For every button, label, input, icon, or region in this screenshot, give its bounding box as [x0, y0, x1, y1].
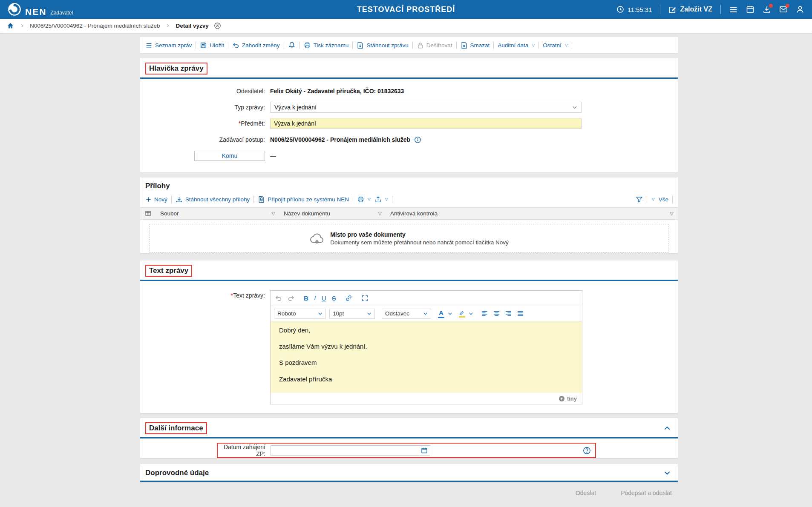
- help-icon[interactable]: [583, 447, 591, 455]
- separator: [456, 42, 457, 49]
- highlight-color-bar: [459, 316, 465, 318]
- align-justify-button[interactable]: [517, 310, 524, 317]
- plus-icon: [145, 196, 152, 203]
- message-text-label: *Text zprávy:: [140, 290, 270, 299]
- delete-button[interactable]: Smazat: [461, 42, 490, 49]
- message-list-button[interactable]: Seznam zpráv: [145, 42, 192, 49]
- chevron-down-icon[interactable]: [448, 312, 452, 315]
- editor-paragraph: zasíláme Vám výzvu k jednání.: [279, 343, 573, 350]
- chevron-down-icon: [572, 105, 577, 109]
- editor-toolbar-row2: Roboto 10pt Odstavec A: [271, 306, 582, 321]
- show-all-button[interactable]: Vše: [659, 196, 668, 203]
- downloads-button[interactable]: [763, 5, 771, 14]
- menu-icon[interactable]: [729, 5, 738, 14]
- create-vz-button[interactable]: Založit VZ: [668, 6, 712, 14]
- other-actions-button[interactable]: Ostatní ▽: [543, 42, 567, 49]
- separator: [538, 42, 539, 49]
- italic-button[interactable]: I: [314, 295, 316, 302]
- tiny-brand[interactable]: tiny: [567, 395, 577, 402]
- message-type-select[interactable]: Výzva k jednání: [270, 102, 582, 113]
- align-center-icon: [493, 310, 500, 317]
- dropzone-text: Místo pro vaše dokumenty Dokumenty sem m…: [330, 231, 509, 246]
- fullscreen-button[interactable]: [361, 295, 369, 302]
- separator: [720, 5, 721, 14]
- notifications-button[interactable]: [288, 41, 296, 49]
- discard-changes-button[interactable]: Zahodit změny: [232, 42, 280, 49]
- filter-icon[interactable]: ▽: [272, 211, 275, 216]
- home-icon[interactable]: [7, 22, 14, 29]
- messages-button[interactable]: [779, 5, 788, 14]
- filter-funnel-icon[interactable]: [636, 196, 643, 203]
- collapse-button[interactable]: [662, 468, 672, 478]
- collapse-button[interactable]: [662, 424, 672, 433]
- dropdown-arrow-icon: ▽: [368, 197, 371, 201]
- font-family-value: Roboto: [277, 310, 296, 317]
- breadcrumb-current: Detail výzvy: [176, 23, 208, 29]
- attachments-dropzone[interactable]: Místo pro vaše dokumenty Dokumenty sem m…: [150, 224, 668, 253]
- calendar-icon[interactable]: [746, 5, 754, 14]
- font-family-select[interactable]: Roboto: [274, 309, 326, 319]
- sender-label: Odesílatel:: [140, 88, 270, 95]
- align-right-icon: [505, 310, 512, 317]
- column-settings-button[interactable]: [140, 210, 156, 217]
- chevron-down-icon: [318, 312, 322, 315]
- footer-actions: Odeslat Podepsat a odeslat: [140, 487, 678, 496]
- link-button[interactable]: [345, 295, 352, 302]
- datum-zahajeni-row: Datum zahájení ZP:: [217, 443, 596, 458]
- filter-icon[interactable]: ▽: [378, 211, 382, 216]
- message-text-section: Text zprávy *Text zprávy: B I U S Robo: [140, 261, 678, 413]
- procedure-label: Zadávací postup:: [140, 136, 270, 143]
- print-record-button[interactable]: Tisk záznamu: [304, 42, 349, 49]
- undo-button[interactable]: [275, 295, 282, 302]
- datum-zahajeni-input[interactable]: [271, 445, 430, 456]
- align-left-button[interactable]: [481, 310, 488, 317]
- align-center-button[interactable]: [493, 310, 500, 317]
- audit-data-button[interactable]: Auditní data ▽: [498, 42, 535, 49]
- sign-and-send-button[interactable]: Podepsat a odeslat: [621, 490, 672, 496]
- info-icon[interactable]: [414, 136, 421, 143]
- nen-logo[interactable]: NEN Zadavatel: [8, 3, 73, 16]
- printer-icon: [357, 196, 364, 203]
- strikethrough-button[interactable]: S: [332, 295, 336, 302]
- separator: [660, 5, 660, 14]
- send-button[interactable]: Odeslat: [576, 490, 596, 496]
- filter-icon[interactable]: ▽: [670, 211, 674, 216]
- editor-content[interactable]: Dobrý den, zasíláme Vám výzvu k jednání.…: [271, 321, 582, 393]
- new-attachment-button[interactable]: Nový: [145, 196, 167, 203]
- close-icon[interactable]: [214, 22, 221, 29]
- decrypt-button[interactable]: Dešifrovat: [417, 42, 452, 49]
- procedure-value: N006/25/V00004962 - Pronájem mediálních …: [270, 136, 410, 143]
- editor-paragraph: Dobrý den,: [279, 327, 573, 334]
- editor-toolbar-row1: B I U S: [271, 291, 582, 306]
- highlight-color-button[interactable]: [458, 310, 465, 318]
- align-right-button[interactable]: [505, 310, 512, 317]
- paragraph-format-select[interactable]: Odstavec: [382, 309, 431, 319]
- download-all-attachments-button[interactable]: Stáhnout všechny přílohy: [176, 196, 250, 203]
- current-time: 11:55:31: [628, 6, 652, 13]
- separator: [196, 42, 196, 49]
- user-icon[interactable]: [796, 5, 804, 14]
- subject-input[interactable]: [270, 118, 582, 129]
- calendar-icon[interactable]: [421, 447, 428, 454]
- dropdown-arrow-icon[interactable]: ▽: [652, 197, 655, 201]
- column-header-antivirova-kontrola: Antivirová kontrola ▽: [386, 210, 678, 217]
- bold-button[interactable]: B: [304, 295, 308, 302]
- attach-from-nen-button[interactable]: Připojit přílohu ze systému NEN: [258, 196, 349, 203]
- separator: [353, 196, 353, 203]
- export-attachments-button[interactable]: ▽: [374, 196, 388, 203]
- section-rule: [140, 481, 678, 482]
- redo-button[interactable]: [288, 295, 295, 302]
- print-attachments-button[interactable]: ▽: [357, 196, 371, 203]
- underline-button[interactable]: U: [322, 295, 326, 302]
- separator: [572, 42, 572, 49]
- dropdown-arrow-icon: ▽: [385, 197, 388, 201]
- download-message-button[interactable]: Stáhnout zprávu: [357, 42, 408, 49]
- chevron-down-icon[interactable]: [469, 312, 473, 315]
- save-button[interactable]: Uložit: [200, 42, 224, 49]
- breadcrumb-procedure[interactable]: N006/25/V00004962 - Pronájem mediálních …: [30, 23, 160, 29]
- font-size-select[interactable]: 10pt: [329, 309, 375, 319]
- cloud-upload-icon: [309, 232, 325, 245]
- separator: [228, 42, 228, 49]
- recipients-button[interactable]: Komu: [194, 151, 265, 161]
- text-color-button[interactable]: A: [438, 309, 444, 318]
